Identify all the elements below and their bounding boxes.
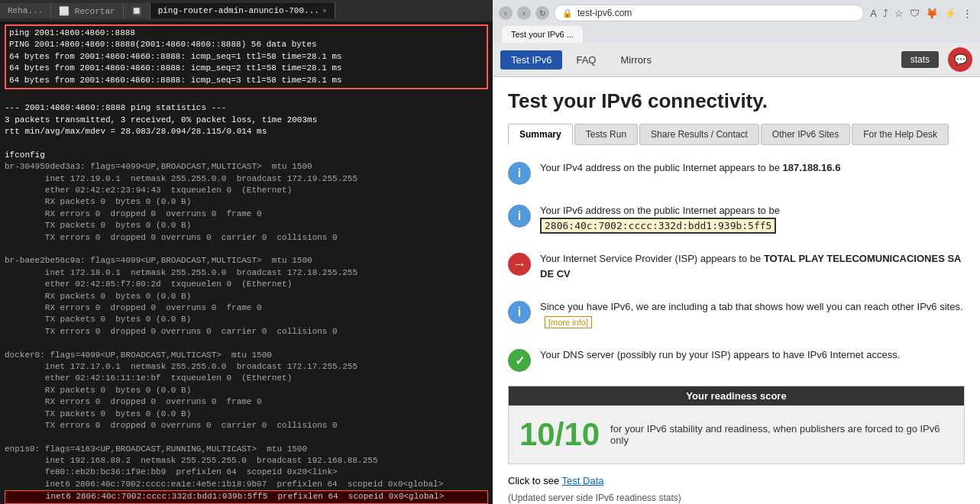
terminal-content: ping 2001:4860:4860::8888 PING 2001:4860…: [0, 21, 493, 504]
terminal-line: ping 2001:4860:4860::8888: [9, 27, 484, 39]
terminal-tab-recortar[interactable]: ⬜ Recortar: [51, 3, 123, 19]
terminal-tab-1-label: Reha...: [8, 6, 43, 15]
checkmark-symbol: ✓: [515, 354, 525, 368]
test-data-prefix: Click to see: [508, 475, 559, 486]
tab-share-results[interactable]: Share Results / Contact: [639, 124, 759, 145]
info-icon-ipv6: i: [508, 205, 531, 228]
terminal-ipv6-highlight-line: inet6 2806:40c:7002:cccc:332d:bdd1:939b:…: [5, 490, 488, 503]
info-icon-isp: →: [508, 253, 531, 276]
content-tabs-row: Summary Tests Run Share Results / Contac…: [508, 124, 965, 145]
forward-button[interactable]: ›: [517, 6, 531, 20]
info-text-ipv4: Your IPv4 address on the public Internet…: [540, 160, 840, 176]
terminal-line: enp1s0: flags=4163<UP,BROADCAST,RUNNING,…: [5, 444, 488, 455]
info-row-dns: ✓ Your DNS server (possibly run by your …: [508, 343, 965, 376]
stats-button[interactable]: stats: [901, 51, 939, 68]
extension-icon1[interactable]: 🛡: [908, 6, 921, 21]
translate-icon[interactable]: A: [868, 6, 878, 21]
terminal-line: docker0: flags=4099<UP,BROADCAST,MULTICA…: [5, 350, 488, 361]
terminal-line: inet6 2806:40c:7002:cccc:ea1e:4e5e:1b18:…: [5, 479, 488, 490]
terminal-tab-icon-label: 🔲: [131, 6, 142, 16]
terminal-line: TX errors 0 dropped 0 overruns 0 carrier…: [5, 420, 488, 431]
nav-mirrors[interactable]: Mirrors: [610, 50, 661, 69]
tab-help-desk[interactable]: For the Help Desk: [852, 124, 949, 145]
bookmark-icon[interactable]: ☆: [893, 6, 905, 21]
browser-tab-bar: Test your IPv6 ...: [499, 26, 974, 43]
updated-text: (Updated server side IPv6 readiness stat…: [508, 493, 965, 503]
url-text: test-ipv6.com: [577, 8, 632, 18]
terminal-line: fe80::eb2b:bc36:1f9e:bb9 prefixlen 64 sc…: [5, 467, 488, 478]
terminal-line: inet 172.19.0.1 netmask 255.255.0.0 broa…: [5, 173, 488, 185]
info-row-ipv4: i Your IPv4 address on the public Intern…: [508, 156, 965, 189]
tab-summary-label: Summary: [519, 129, 561, 140]
terminal-tab-ping-label: ping-router-admin-anuncio-700...: [158, 6, 319, 15]
browser-tab-active[interactable]: Test your IPv6 ...: [502, 26, 583, 43]
terminal-tab-icon[interactable]: 🔲: [124, 3, 150, 19]
terminal-line: 3 packets transmitted, 3 received, 0% pa…: [5, 115, 488, 126]
nav-mirrors-label: Mirrors: [620, 54, 651, 66]
info-row-ipv6: i Your IPv6 address on the public Intern…: [508, 199, 965, 237]
terminal-line: ether 02:42:e2:23:94:43 txqueuelen 0 (Et…: [5, 185, 488, 196]
terminal-line: RX errors 0 dropped 0 overruns 0 frame 0: [5, 302, 488, 314]
more-icon[interactable]: ⋮: [961, 6, 974, 21]
tab-help-desk-label: For the Help Desk: [863, 129, 937, 140]
test-data-link[interactable]: Test Data: [562, 475, 604, 486]
info-icon-i-symbol: i: [518, 166, 521, 180]
readiness-description: for your IPv6 stability and readiness, w…: [610, 423, 953, 446]
browser-chrome: ‹ › ↻ 🔒 test-ipv6.com A ⤴ ☆ 🛡 🦊 ⚡ ⋮ Test…: [493, 0, 980, 43]
terminal-line: TX errors 0 dropped 0 overruns 0 carrier…: [5, 326, 488, 338]
terminal-line: TX errors 0 dropped 0 overruns 0 carrier…: [5, 232, 488, 244]
extension-icon2[interactable]: 🦊: [924, 6, 940, 21]
terminal-line: br-304959ded3a3: flags=4099<UP,BROADCAST…: [5, 161, 488, 173]
arrow-symbol: →: [513, 257, 526, 273]
browser-toolbar-icons: A ⤴ ☆ 🛡 🦊 ⚡ ⋮: [868, 6, 974, 21]
tab-tests-run[interactable]: Tests Run: [574, 124, 638, 145]
terminal-line: [5, 91, 488, 102]
share-icon[interactable]: ⤴: [881, 6, 890, 21]
terminal-line: TX packets 0 bytes 0 (0.0 B): [5, 314, 488, 325]
reload-button[interactable]: ↻: [535, 6, 549, 20]
terminal-line: ether 02:42:16:11:1e:bf txqueuelen 0 (Et…: [5, 373, 488, 384]
terminal-line: [5, 338, 488, 349]
back-button[interactable]: ‹: [499, 6, 513, 20]
stats-label: stats: [910, 54, 930, 65]
browser-tab-label: Test your IPv6 ...: [511, 30, 574, 39]
chat-icon[interactable]: 💬: [948, 47, 972, 72]
terminal-line: inet 192.168.88.2 netmask 255.255.255.0 …: [5, 455, 488, 467]
terminal-line: 64 bytes from 2001:4860:4860::8888: icmp…: [9, 51, 484, 63]
website-content: Test IPv6 FAQ Mirrors stats 💬 Test your …: [493, 43, 980, 504]
nav-faq[interactable]: FAQ: [565, 50, 606, 69]
readiness-body: 10/10 for your IPv6 stability and readin…: [509, 405, 964, 464]
url-bar[interactable]: 🔒 test-ipv6.com: [554, 5, 864, 21]
main-content: Test your IPv6 connectivity. Summary Tes…: [493, 77, 980, 504]
terminal-line: PING 2001:4860:4860::8888(2001:4860:4860…: [9, 39, 484, 50]
terminal-line: RX packets 0 bytes 0 (0.0 B): [5, 196, 488, 208]
info-row-tab: i Since you have IPv6, we are including …: [508, 295, 965, 334]
chat-icon-symbol: 💬: [954, 53, 967, 66]
tab-other-ipv6[interactable]: Other IPv6 Sites: [761, 124, 850, 145]
terminal-line: 64 bytes from 2001:4860:4860::8888: icmp…: [9, 63, 484, 74]
lock-icon: 🔒: [562, 8, 573, 18]
ipv6-address-highlight: 2806:40c:7002:cccc:332d:bdd1:939b:5ff5: [540, 218, 776, 234]
terminal-tab-close-icon[interactable]: ✕: [322, 6, 327, 15]
terminal-line: RX packets 0 bytes 0 (0.0 B): [5, 385, 488, 396]
terminal-line: 64 bytes from 2001:4860:4860::8888: icmp…: [9, 75, 484, 86]
terminal-line: br-baee2be56c9a: flags=4099<UP,BROADCAST…: [5, 255, 488, 267]
ping-output-box: ping 2001:4860:4860::8888 PING 2001:4860…: [5, 24, 488, 89]
terminal-tab-ping[interactable]: ping-router-admin-anuncio-700... ✕: [150, 3, 335, 18]
terminal-tab-1[interactable]: Reha...: [0, 3, 51, 18]
info-icon-tab: i: [508, 301, 531, 324]
nav-test-ipv6-label: Test IPv6: [511, 54, 551, 66]
info-row-isp: → Your Internet Service Provider (ISP) a…: [508, 247, 965, 286]
tab-tests-run-label: Tests Run: [586, 129, 626, 140]
nav-test-ipv6[interactable]: Test IPv6: [500, 50, 562, 69]
terminal-line: RX errors 0 dropped 0 overruns 0 frame 0: [5, 208, 488, 220]
terminal-line: rtt min/avg/max/mdev = 28.083/28.094/28.…: [5, 126, 488, 137]
tab-summary[interactable]: Summary: [508, 124, 573, 145]
terminal-tab-recortar-label: ⬜ Recortar: [59, 6, 115, 16]
terminal-line: TX packets 0 bytes 0 (0.0 B): [5, 409, 488, 420]
more-info-link[interactable]: [more info]: [545, 316, 592, 328]
terminal-line: RX packets 0 bytes 0 (0.0 B): [5, 291, 488, 302]
extension-icon3[interactable]: ⚡: [943, 6, 958, 21]
terminal-line: [5, 138, 488, 150]
browser-nav: ‹ › ↻ 🔒 test-ipv6.com A ⤴ ☆ 🛡 🦊 ⚡ ⋮: [499, 5, 974, 21]
